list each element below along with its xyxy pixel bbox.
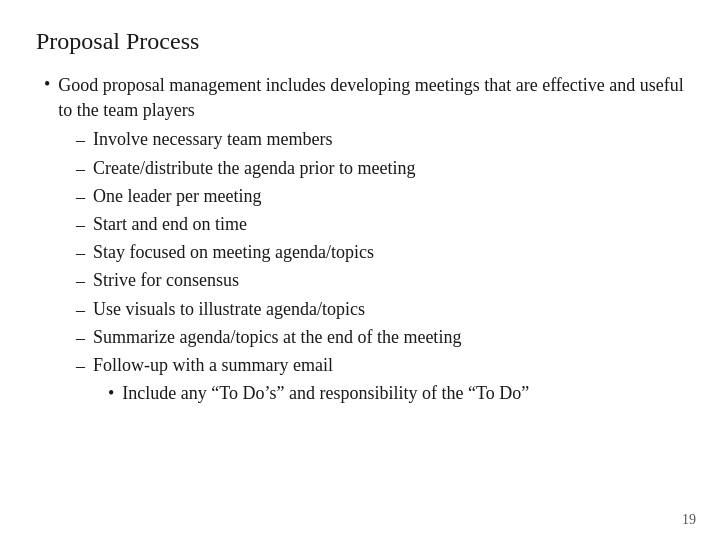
sub-item-1: – Involve necessary team members	[76, 127, 684, 153]
sub-sub-list: • Include any “To Do’s” and responsibili…	[108, 381, 684, 406]
sub-text-9: Follow-up with a summary email	[93, 353, 333, 378]
dash-9: –	[76, 354, 85, 379]
sub-text-2: Create/distribute the agenda prior to me…	[93, 156, 415, 181]
main-bullet: • Good proposal management includes deve…	[44, 73, 684, 123]
sub-sub-bullet: •	[108, 381, 114, 406]
sub-text-6: Strive for consensus	[93, 268, 239, 293]
sub-item-7: – Use visuals to illustrate agenda/topic…	[76, 297, 684, 323]
sub-text-1: Involve necessary team members	[93, 127, 332, 152]
slide-content: • Good proposal management includes deve…	[36, 73, 684, 406]
sub-sub-text: Include any “To Do’s” and responsibility…	[122, 381, 529, 406]
sub-text-7: Use visuals to illustrate agenda/topics	[93, 297, 365, 322]
sub-item-4: – Start and end on time	[76, 212, 684, 238]
dash-7: –	[76, 298, 85, 323]
main-bullet-text: Good proposal management includes develo…	[58, 73, 684, 123]
main-bullet-symbol: •	[44, 74, 50, 95]
sub-text-8: Summarize agenda/topics at the end of th…	[93, 325, 461, 350]
sub-text-5: Stay focused on meeting agenda/topics	[93, 240, 374, 265]
dash-8: –	[76, 326, 85, 351]
sub-item-9: – Follow-up with a summary email	[76, 353, 684, 379]
slide: Proposal Process • Good proposal managem…	[0, 0, 720, 540]
dash-6: –	[76, 269, 85, 294]
dash-2: –	[76, 157, 85, 182]
dash-1: –	[76, 128, 85, 153]
page-number: 19	[682, 512, 696, 528]
sub-item-2: – Create/distribute the agenda prior to …	[76, 156, 684, 182]
sub-item-6: – Strive for consensus	[76, 268, 684, 294]
sub-item-3: – One leader per meeting	[76, 184, 684, 210]
slide-title: Proposal Process	[36, 28, 684, 55]
sub-item-8: – Summarize agenda/topics at the end of …	[76, 325, 684, 351]
sub-text-3: One leader per meeting	[93, 184, 261, 209]
dash-3: –	[76, 185, 85, 210]
sub-text-4: Start and end on time	[93, 212, 247, 237]
sub-sub-item-1: • Include any “To Do’s” and responsibili…	[108, 381, 684, 406]
dash-5: –	[76, 241, 85, 266]
sub-list: – Involve necessary team members – Creat…	[76, 127, 684, 406]
sub-item-5: – Stay focused on meeting agenda/topics	[76, 240, 684, 266]
dash-4: –	[76, 213, 85, 238]
